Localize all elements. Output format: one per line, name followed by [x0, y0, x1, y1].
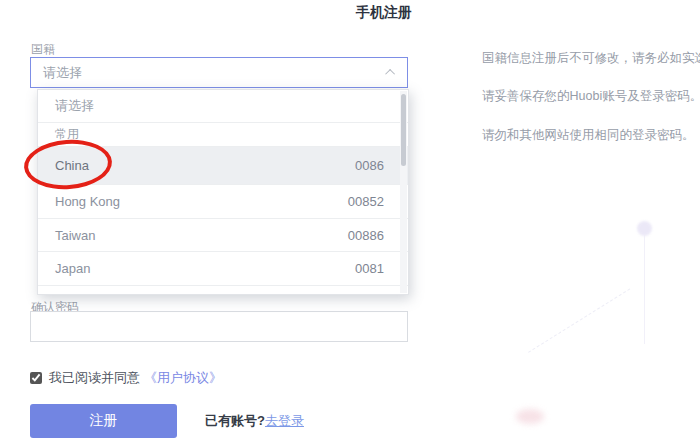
tips-panel: 国籍信息注册后不可修改，请务必如实选择。 请妥善保存您的Huobi账号及登录密码… — [482, 51, 700, 166]
register-button[interactable]: 注册 — [30, 404, 177, 438]
confirm-password-input[interactable] — [30, 311, 408, 342]
dropdown-option-hong-kong[interactable]: Hong Kong 00852 — [38, 185, 408, 219]
have-account-text: 已有账号? — [205, 413, 265, 428]
user-agreement-link[interactable]: 《用户协议》 — [144, 369, 222, 387]
nationality-label: 国籍 — [31, 41, 55, 58]
dropdown-group-label: 常用 — [38, 123, 408, 147]
dropdown-scrollbar-thumb[interactable] — [401, 94, 406, 166]
decor-pink-blob — [516, 409, 544, 424]
decor-dashed-line — [528, 288, 630, 352]
tip-save-account: 请妥善保存您的Huobi账号及登录密码。 — [482, 89, 700, 103]
agreement-label: 我已阅读并同意 — [49, 369, 140, 387]
login-row: 已有账号?去登录 — [205, 412, 304, 430]
agreement-checkbox[interactable] — [30, 372, 42, 384]
page-title: 手机注册 — [356, 4, 412, 22]
dropdown-option-china[interactable]: China 0086 — [38, 147, 408, 185]
agreement-row: 我已阅读并同意 《用户协议》 — [30, 369, 222, 387]
dropdown-option-placeholder[interactable]: 请选择 — [38, 90, 408, 123]
decor-constellation-line — [644, 234, 645, 344]
dropdown-option-japan[interactable]: Japan 0081 — [38, 252, 408, 286]
nationality-select[interactable]: 请选择 — [30, 57, 408, 88]
tip-nationality: 国籍信息注册后不可修改，请务必如实选择。 — [482, 51, 700, 65]
dropdown-option-taiwan[interactable]: Taiwan 00886 — [38, 219, 408, 252]
nationality-dropdown: 请选择 常用 China 0086 Hong Kong 00852 Taiwan… — [37, 89, 409, 295]
tip-unique-password: 请勿和其他网站使用相同的登录密码。 — [482, 128, 700, 142]
dropdown-scrollbar[interactable] — [400, 91, 407, 293]
nationality-select-value: 请选择 — [43, 64, 388, 82]
go-login-link[interactable]: 去登录 — [265, 413, 304, 428]
